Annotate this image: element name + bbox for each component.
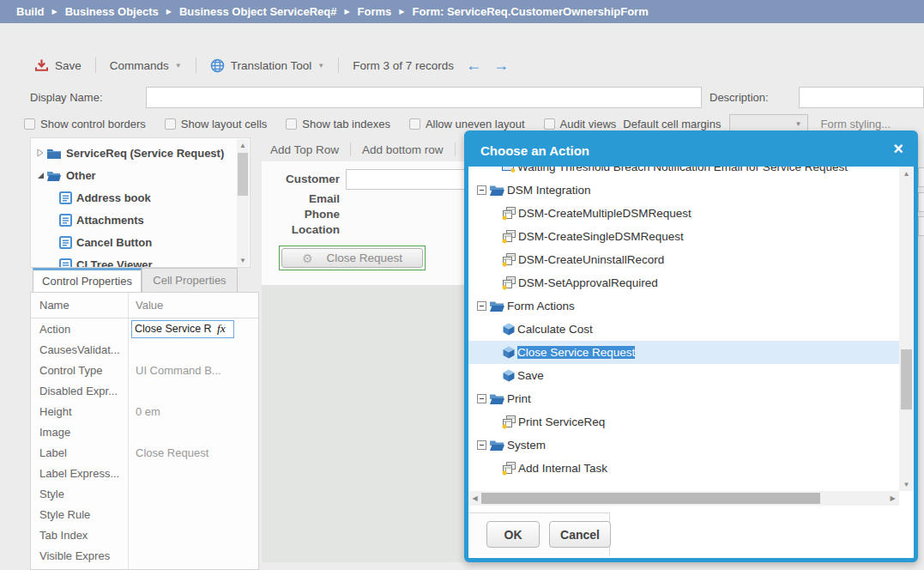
action-folder-print[interactable]: Print <box>468 387 899 410</box>
folder-open-icon <box>489 184 505 197</box>
action-value-input[interactable]: fx <box>131 320 234 338</box>
record-status: Form 3 of 7 records <box>353 59 454 72</box>
property-row[interactable]: Label Express... <box>31 463 258 483</box>
tree-item-cancel-button[interactable]: Cancel Button <box>31 231 250 253</box>
default-cell-margins-label: Default cell margins <box>623 118 721 130</box>
show-layout-cells-checkbox[interactable]: Show layout cells <box>165 118 267 130</box>
property-row[interactable]: CausesValidat... <box>31 339 258 360</box>
action-item-close-service-request[interactable]: Close Service Request <box>468 341 899 364</box>
next-record-arrow[interactable]: → <box>493 57 509 75</box>
breadcrumb: Build ▶ Business Objects ▶ Business Obje… <box>0 0 924 23</box>
tree-scrollbar[interactable]: ▲ ▼ <box>237 139 249 266</box>
form-styling-link[interactable]: Form styling... <box>820 118 891 130</box>
scrollbar-thumb[interactable] <box>238 153 248 196</box>
folder-open-icon <box>489 392 505 405</box>
expander-minus-icon[interactable] <box>477 440 486 450</box>
tree-node-servicereq[interactable]: ServiceReq (Service Request) <box>31 142 250 164</box>
expander-minus-icon[interactable] <box>477 185 486 195</box>
action-item-dsm-create-multiple[interactable]: DSM-CreateMultipleDSMRequest <box>468 202 899 225</box>
expander-minus-icon[interactable] <box>477 394 486 403</box>
property-row[interactable]: Style Rule <box>31 504 258 525</box>
toolbar: Save Commands ▼ Translation Tool ▼ Form … <box>34 53 509 77</box>
display-name-input[interactable] <box>146 87 702 108</box>
close-icon[interactable]: × <box>893 139 903 159</box>
selected-control-outline: ⚙ Close Request <box>279 246 426 270</box>
property-row[interactable]: Image <box>31 421 258 442</box>
scroll-right-icon[interactable]: ▶ <box>886 492 899 505</box>
action-item-print-servicereq[interactable]: Print ServiceReq <box>468 410 899 434</box>
breadcrumb-item-business-object-servicereq[interactable]: Business Object ServiceReq# <box>179 5 337 18</box>
tree-item-ci-tree-viewer[interactable]: CI Tree Viewer <box>31 253 250 268</box>
action-folder-system[interactable]: System <box>468 434 899 457</box>
translation-tool-button[interactable]: Translation Tool ▼ <box>210 58 324 73</box>
audit-views-checkbox[interactable]: Audit views <box>544 118 617 130</box>
gear-icon: ⚙ <box>302 252 313 265</box>
property-row[interactable]: Disabled Expr... <box>31 380 258 401</box>
phone-field-label: Phone <box>258 208 340 221</box>
breadcrumb-item-build[interactable]: Build <box>16 5 45 18</box>
tree-item-address-book[interactable]: Address book <box>31 186 250 209</box>
scroll-up-icon[interactable]: ▲ <box>237 139 249 151</box>
description-input[interactable] <box>799 87 924 108</box>
commands-menu-button[interactable]: Commands ▼ <box>110 59 182 72</box>
action-item-calculate-cost[interactable]: Calculate Cost <box>468 318 899 341</box>
previous-record-arrow[interactable]: ← <box>466 57 481 75</box>
cancel-button[interactable]: Cancel <box>549 521 611 548</box>
breadcrumb-item-current-form: Form: ServiceReq.CustomerOwnershipForm <box>413 5 649 18</box>
save-button[interactable]: Save <box>34 58 82 72</box>
scrollbar-thumb[interactable] <box>901 349 912 409</box>
property-row[interactable]: Label Close Request <box>31 442 258 463</box>
dialog-horizontal-scrollbar[interactable]: ◀ ▶ <box>468 491 899 506</box>
clipped-input-edge <box>918 216 924 236</box>
expander-minus-icon[interactable] <box>477 301 486 311</box>
add-bottom-row-button[interactable]: Add bottom row <box>362 143 444 156</box>
tab-cell-properties[interactable]: Cell Properties <box>142 268 238 292</box>
action-item-save[interactable]: Save <box>468 364 899 387</box>
breadcrumb-separator-icon: ▶ <box>166 8 172 15</box>
allow-uneven-layout-checkbox[interactable]: Allow uneven layout <box>409 118 525 130</box>
expander-expanded-icon[interactable] <box>34 172 46 179</box>
cube-action-icon <box>502 323 516 336</box>
scroll-down-icon[interactable]: ▼ <box>237 254 249 266</box>
property-row-action[interactable]: Action fx <box>31 318 258 339</box>
property-row[interactable]: Visible Expres <box>31 545 258 566</box>
action-folder-dsm-integration[interactable]: DSM Integration <box>468 179 899 202</box>
scroll-up-icon[interactable]: ▲ <box>899 167 914 179</box>
breadcrumb-separator-icon: ▶ <box>52 8 57 15</box>
property-row[interactable]: Tab Index <box>31 525 258 545</box>
action-item-dsm-create-single[interactable]: DSM-CreateSingleDSMRequest <box>468 225 899 248</box>
breadcrumb-item-business-objects[interactable]: Business Objects <box>65 5 159 18</box>
action-folder-form-actions[interactable]: Form Actions <box>468 294 899 318</box>
scroll-left-icon[interactable]: ◀ <box>468 492 481 505</box>
app-window: Build ▶ Business Objects ▶ Business Obje… <box>0 0 924 570</box>
action-list: Waiting Threshold Breach Notification Em… <box>468 167 899 491</box>
action-item-dsm-create-uninstall[interactable]: DSM-CreateUninstallRecord <box>468 248 899 271</box>
show-tab-indexes-checkbox[interactable]: Show tab indexes <box>286 118 390 130</box>
ok-button[interactable]: OK <box>486 521 540 548</box>
show-control-borders-checkbox[interactable]: Show control borders <box>24 118 146 130</box>
property-row[interactable]: Style <box>31 483 258 504</box>
chevron-down-icon: ▼ <box>175 62 182 70</box>
checkbox-icon <box>286 118 297 130</box>
checkbox-icon <box>409 118 420 130</box>
action-item-add-internal-task[interactable]: Add Internal Task <box>468 457 899 480</box>
fx-expression-icon[interactable]: fx <box>217 322 226 336</box>
expander-collapsed-icon[interactable] <box>34 149 46 157</box>
action-item-waiting-threshold[interactable]: Waiting Threshold Breach Notification Em… <box>468 167 899 179</box>
property-row[interactable]: Height 0 em <box>31 401 258 421</box>
add-top-row-button[interactable]: Add Top Row <box>270 143 339 156</box>
action-item-dsm-set-approval[interactable]: DSM-SetApprovalRequired <box>468 271 899 294</box>
tab-control-properties[interactable]: Control Properties <box>33 268 142 292</box>
tree-item-attachments[interactable]: Attachments <box>31 209 250 231</box>
column-divider <box>128 293 129 569</box>
dialog-vertical-scrollbar[interactable]: ▲ ▼ <box>899 167 914 491</box>
tree-node-other[interactable]: Other <box>31 164 250 186</box>
close-request-button[interactable]: ⚙ Close Request <box>281 248 423 268</box>
scroll-down-icon[interactable]: ▼ <box>899 478 914 490</box>
breadcrumb-item-forms[interactable]: Forms <box>358 5 392 18</box>
action-text-field[interactable] <box>135 323 217 335</box>
property-row[interactable]: Control Type UI Command B... <box>31 360 258 380</box>
toolbar-divider <box>95 58 96 73</box>
control-tree-panel: ServiceReq (Service Request) Other <box>30 137 251 268</box>
scrollbar-thumb[interactable] <box>481 493 820 504</box>
